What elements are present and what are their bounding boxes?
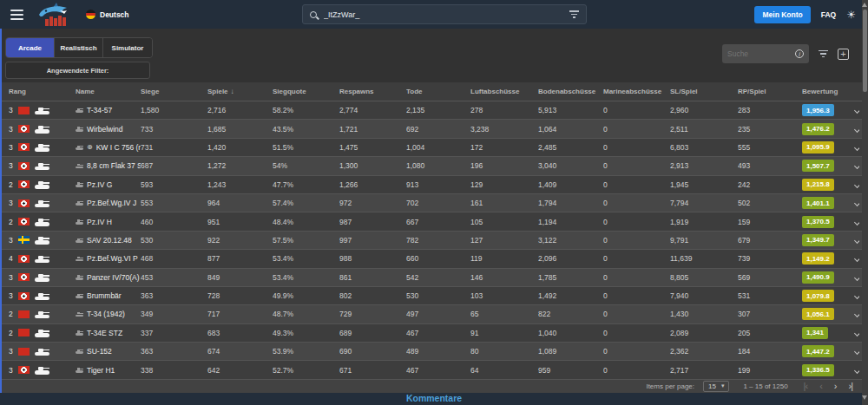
- col-luftabschuesse[interactable]: Luftabschüsse: [470, 88, 538, 95]
- next-page-icon[interactable]: ›: [834, 382, 837, 391]
- vehicle-name[interactable]: T-34E STZ: [87, 329, 122, 337]
- vehicle-name[interactable]: 8,8 cm Flak 37 Sfl.: [87, 161, 141, 170]
- player-search-input[interactable]: [324, 10, 569, 19]
- siegquote-value: 47.7%: [273, 180, 339, 189]
- chevron-down-icon[interactable]: [854, 238, 859, 244]
- vehicle-name[interactable]: Tiger H1: [87, 366, 115, 375]
- col-rang[interactable]: Rang: [9, 88, 76, 95]
- info-icon[interactable]: i: [795, 49, 804, 58]
- vehicle-name[interactable]: Pz.IV H: [87, 218, 112, 226]
- siegquote-value: 49.9%: [273, 291, 339, 300]
- table-search-input[interactable]: [727, 49, 795, 58]
- rp-spiel-value: 235: [738, 125, 802, 134]
- table-row[interactable]: 2 ⊕ T-34E STZ 337 683 49.3% 689 467 91 1…: [2, 324, 868, 343]
- sl-spiel-value: 8,805: [670, 273, 738, 282]
- theme-toggle-icon[interactable]: ☀: [846, 10, 856, 20]
- chevron-down-icon[interactable]: [854, 163, 859, 169]
- vehicle-name[interactable]: T-34 (1942): [87, 310, 125, 318]
- vehicle-name[interactable]: Brummbär: [87, 291, 122, 300]
- col-bewertung[interactable]: Bewertung: [802, 88, 854, 95]
- chevron-down-icon[interactable]: [854, 145, 859, 151]
- table-row[interactable]: 3 ⊕ Wirbelwind 733 1,685 43.5% 1,721 692…: [2, 120, 868, 138]
- tab-arcade[interactable]: Arcade: [6, 38, 55, 57]
- table-row[interactable]: 2 ⊕ T-34 (1942) 349 717 48.7% 729 497 65…: [2, 305, 868, 323]
- language-selector[interactable]: Deutsch: [86, 10, 129, 19]
- column-filter-icon[interactable]: [819, 50, 828, 58]
- faq-link[interactable]: FAQ: [821, 10, 836, 19]
- col-bodenabschuesse[interactable]: Bodenabschüsse: [538, 88, 603, 95]
- col-name[interactable]: Name: [76, 88, 141, 95]
- respawns-value: 987: [339, 218, 406, 226]
- vehicle-name[interactable]: SU-152: [87, 347, 112, 356]
- chevron-down-icon[interactable]: [854, 182, 859, 188]
- table-row[interactable]: 3 ⊕ Pz.Bef.Wg.IV J 553 964 57.4% 972 702…: [2, 194, 868, 212]
- col-siegquote[interactable]: Siegquote: [273, 88, 339, 95]
- table-row[interactable]: 3 ⊕ SU-152 363 674 53.9% 690 489 80 1,08…: [2, 343, 868, 361]
- applied-filters-box[interactable]: Angewendete Filter:: [5, 62, 150, 79]
- col-spiele[interactable]: Spiele↓: [207, 88, 273, 95]
- table-row[interactable]: 3 ⊕ Brummbär 363 728 49.9% 802 530 103 1…: [2, 287, 868, 305]
- country-flag-icon: [18, 107, 30, 114]
- chevron-down-icon[interactable]: [854, 349, 859, 355]
- add-column-icon[interactable]: +: [838, 49, 849, 60]
- table-row[interactable]: 4 ⊕ Pz.Bef.Wg.VI P 468 877 53.4% 988 660…: [2, 250, 868, 268]
- table-row[interactable]: 3 ⊕ KW I C 756 (r) 731 1,420 51.5% 1,475…: [2, 139, 868, 157]
- table-row[interactable]: 3 ⊕ SAV 20.12.48 530 922 57.5% 997 782 1…: [2, 232, 868, 250]
- previous-page-icon[interactable]: ‹: [819, 382, 822, 391]
- rating-badge: 1,476.2: [802, 123, 834, 135]
- chevron-down-icon[interactable]: [854, 330, 859, 336]
- page-scrollbar[interactable]: [862, 0, 868, 405]
- col-tode[interactable]: Tode: [406, 88, 470, 95]
- vehicle-type-icon: [76, 256, 83, 261]
- shark-logo-icon[interactable]: [36, 3, 76, 26]
- tab-simulator[interactable]: Simulator: [103, 38, 152, 57]
- vehicle-name[interactable]: KW I C 756 (r): [96, 143, 141, 152]
- comments-link[interactable]: Kommentare: [406, 393, 462, 404]
- col-siege[interactable]: Siege: [141, 88, 207, 95]
- col-marineabschuesse[interactable]: Marineabschüsse: [603, 88, 670, 95]
- rp-spiel-value: 205: [738, 329, 802, 337]
- col-respawns[interactable]: Respawns: [339, 88, 406, 95]
- sl-spiel-value: 2,362: [670, 347, 738, 356]
- vehicle-name[interactable]: Pz.Bef.Wg.IV J: [87, 199, 136, 207]
- tode-value: 1,004: [406, 143, 470, 152]
- vehicle-name[interactable]: Wirbelwind: [87, 125, 123, 134]
- table-row[interactable]: 3 ⊕ T-34-57 1,580 2,716 58.2% 2,774 2,13…: [2, 101, 868, 120]
- vehicle-name[interactable]: T-34-57: [87, 106, 112, 114]
- chevron-down-icon[interactable]: [854, 311, 859, 317]
- table-row[interactable]: 3 ⊕ 8,8 cm Flak 37 Sfl. 687 1,272 54% 1,…: [2, 157, 868, 175]
- first-page-icon[interactable]: |‹: [804, 382, 808, 391]
- rank-value: 3: [9, 236, 13, 245]
- scroll-up-icon[interactable]: [862, 3, 867, 7]
- menu-icon[interactable]: [10, 10, 23, 20]
- last-page-icon[interactable]: ›|: [848, 382, 852, 391]
- chevron-down-icon[interactable]: [854, 368, 859, 374]
- tab-realistisch[interactable]: Realistisch: [55, 38, 103, 57]
- table-row[interactable]: 3 ⊕ Panzer IV/70(A) 453 849 53.4% 861 54…: [2, 269, 868, 287]
- col-sl-spiel[interactable]: SL/Spiel: [670, 88, 738, 95]
- scrollbar-thumb[interactable]: [863, 10, 867, 92]
- vehicle-name[interactable]: SAV 20.12.48: [87, 236, 132, 245]
- my-account-button[interactable]: Mein Konto: [754, 6, 810, 23]
- scroll-down-icon[interactable]: [862, 395, 867, 400]
- chevron-down-icon[interactable]: [854, 108, 859, 114]
- vehicle-name[interactable]: Pz.Bef.Wg.VI P: [87, 254, 138, 263]
- table-row[interactable]: 2 ⊕ Pz.IV G 593 1,243 47.7% 1,266 913 12…: [2, 176, 868, 194]
- chevron-down-icon[interactable]: [854, 219, 859, 225]
- chevron-down-icon[interactable]: [854, 200, 859, 206]
- table-row[interactable]: 2 ⊕ Pz.IV H 460 951 48.4% 987 667 105 1,…: [2, 212, 868, 231]
- search-filter-icon[interactable]: [569, 10, 579, 18]
- chevron-down-icon[interactable]: [854, 275, 859, 281]
- table-row[interactable]: 3 ⊕ Tiger H1 338 642 52.7% 671 467 64 95…: [2, 361, 868, 379]
- vehicle-name[interactable]: Panzer IV/70(A): [87, 273, 139, 282]
- chevron-down-icon[interactable]: [854, 127, 859, 133]
- siege-value: 349: [141, 310, 207, 318]
- chevron-down-icon[interactable]: [854, 293, 859, 299]
- col-rp-spiel[interactable]: RP/Spiel: [738, 88, 802, 95]
- items-per-page-select[interactable]: 15 ▾: [703, 381, 729, 392]
- chevron-down-icon[interactable]: [854, 256, 859, 262]
- sl-spiel-value: 9,791: [670, 236, 738, 245]
- luftabschuesse-value: 172: [470, 143, 538, 152]
- vehicle-name[interactable]: Pz.IV G: [87, 180, 112, 189]
- siege-value: 733: [141, 125, 207, 134]
